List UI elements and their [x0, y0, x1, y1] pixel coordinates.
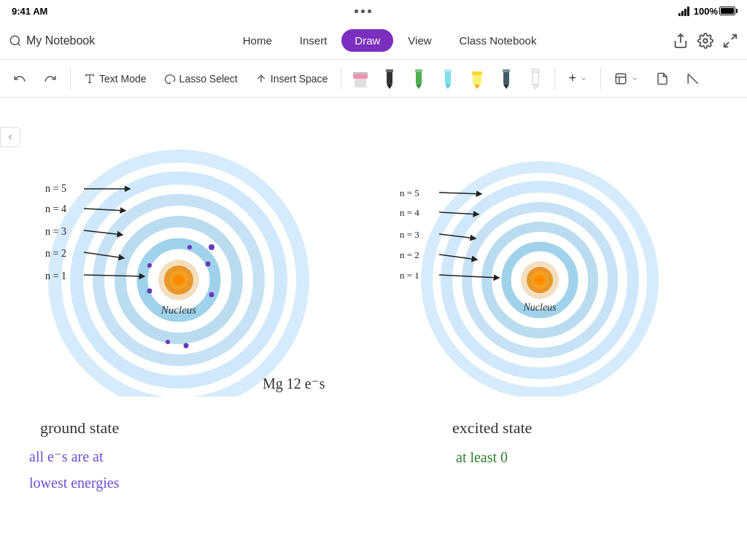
battery-indicator: 100% — [694, 6, 735, 17]
svg-text:Nucleus: Nucleus — [522, 302, 557, 313]
white-pen[interactable] — [522, 66, 549, 92]
sidebar-toggle[interactable] — [0, 127, 20, 147]
yellow-highlighter[interactable] — [464, 66, 490, 92]
time: 9:41 AM — [12, 6, 47, 17]
svg-marker-15 — [416, 85, 422, 89]
svg-text:n = 2: n = 2 — [400, 249, 419, 260]
left-atom-caption-mg: Mg 12 e⁻s — [263, 375, 325, 392]
green-pen[interactable] — [406, 66, 432, 92]
svg-point-45 — [209, 292, 214, 298]
toolbar: Text Mode Lasso Select Insert Space — [0, 60, 747, 98]
svg-line-30 — [688, 74, 698, 84]
tab-insert[interactable]: Insert — [287, 29, 341, 52]
svg-point-68 — [535, 275, 545, 285]
nav-tabs: Home Insert Draw View Class Notebook — [112, 29, 667, 52]
lasso-select-label: Lasso Select — [179, 73, 238, 85]
divider-4 — [600, 68, 601, 90]
settings-icon[interactable] — [697, 33, 713, 49]
divider-3 — [554, 68, 555, 90]
chevron-left-icon — [6, 133, 15, 141]
svg-point-40 — [173, 274, 185, 286]
undo-button[interactable] — [6, 68, 34, 90]
svg-rect-16 — [415, 69, 422, 72]
svg-text:n = 5: n = 5 — [45, 183, 66, 194]
svg-text:n = 5: n = 5 — [400, 187, 419, 198]
chevron-down-icon — [580, 75, 587, 82]
undo-icon — [13, 72, 26, 85]
right-atom-caption-excitedstate: excited state — [452, 419, 532, 438]
left-atom-caption-energies: lowest energies — [29, 475, 120, 491]
sticker-icon — [614, 72, 627, 85]
insert-space-icon — [255, 73, 267, 85]
svg-point-44 — [147, 289, 152, 294]
svg-text:n = 3: n = 3 — [400, 229, 419, 240]
tab-view[interactable]: View — [395, 29, 444, 52]
status-center — [355, 9, 371, 13]
svg-text:n = 2: n = 2 — [45, 248, 66, 259]
insert-space-label: Insert Space — [271, 73, 328, 85]
add-icon: + — [568, 71, 576, 86]
svg-point-48 — [184, 343, 189, 349]
text-mode-label: Text Mode — [99, 73, 147, 85]
add-button[interactable]: + — [561, 66, 595, 90]
text-mode-button[interactable]: Text Mode — [77, 69, 154, 89]
svg-marker-24 — [503, 85, 509, 89]
svg-rect-25 — [503, 69, 510, 72]
sticker-button[interactable] — [607, 68, 646, 90]
svg-marker-18 — [445, 85, 451, 89]
tab-draw[interactable]: Draw — [341, 29, 393, 52]
notebook-title: My Notebook — [26, 34, 95, 47]
svg-marker-27 — [533, 85, 538, 89]
nav-bar: My Notebook Home Insert Draw View Class … — [0, 22, 747, 60]
svg-rect-9 — [355, 79, 366, 88]
ruler-button[interactable] — [679, 68, 707, 90]
svg-point-2 — [703, 39, 708, 43]
svg-rect-29 — [616, 74, 626, 84]
left-atom-caption-groundstate: ground state — [40, 419, 119, 438]
insert-space-button[interactable]: Insert Space — [248, 69, 336, 89]
svg-point-47 — [187, 245, 192, 249]
divider-2 — [341, 68, 341, 90]
eraser-tool[interactable] — [347, 66, 374, 92]
battery-icon — [719, 7, 735, 15]
svg-line-4 — [724, 42, 729, 46]
black-pen[interactable] — [376, 66, 403, 92]
svg-point-46 — [147, 263, 152, 268]
share-icon[interactable] — [673, 33, 689, 49]
svg-rect-13 — [386, 69, 393, 72]
note-icon — [656, 72, 669, 85]
search-area[interactable]: My Notebook — [9, 34, 95, 47]
svg-marker-22 — [474, 85, 480, 89]
svg-rect-19 — [444, 69, 452, 72]
svg-text:Nucleus: Nucleus — [160, 304, 196, 316]
redo-icon — [44, 72, 57, 85]
svg-marker-12 — [387, 85, 392, 89]
svg-text:n = 4: n = 4 — [45, 203, 66, 214]
svg-point-0 — [10, 36, 19, 44]
status-bar: 9:41 AM 100% — [0, 0, 747, 22]
svg-text:n = 1: n = 1 — [400, 270, 419, 281]
content-area: Nucleus n = 5 n = 4 n = 3 n = 2 n = 1 — [0, 98, 747, 560]
search-icon — [9, 34, 22, 47]
text-icon — [84, 73, 96, 85]
svg-rect-28 — [532, 69, 539, 72]
signal-icon — [678, 7, 689, 16]
left-atom-diagram: Nucleus n = 5 n = 4 n = 3 n = 2 n = 1 — [22, 120, 336, 397]
svg-text:n = 1: n = 1 — [45, 271, 66, 281]
more-options-button[interactable] — [649, 68, 676, 90]
right-atom-diagram: Nucleus n = 5 n = 4 n = 3 n = 2 n = 1 — [379, 120, 693, 397]
svg-point-43 — [206, 262, 211, 267]
redo-button[interactable] — [36, 68, 64, 90]
tab-classnotebook[interactable]: Class Notebook — [446, 29, 550, 52]
right-atom-caption-atleast: at least 0 — [456, 449, 508, 466]
svg-point-49 — [166, 340, 170, 344]
left-atom-caption-electrons: all e⁻s are at — [29, 448, 104, 465]
lightblue-pen[interactable] — [435, 66, 461, 92]
dark-pen[interactable] — [493, 66, 519, 92]
svg-point-42 — [209, 244, 214, 250]
tab-home[interactable]: Home — [230, 29, 285, 52]
lasso-select-button[interactable]: Lasso Select — [157, 69, 245, 89]
fullscreen-icon[interactable] — [722, 33, 738, 49]
status-right: 100% — [678, 6, 735, 17]
lasso-icon — [164, 73, 176, 85]
